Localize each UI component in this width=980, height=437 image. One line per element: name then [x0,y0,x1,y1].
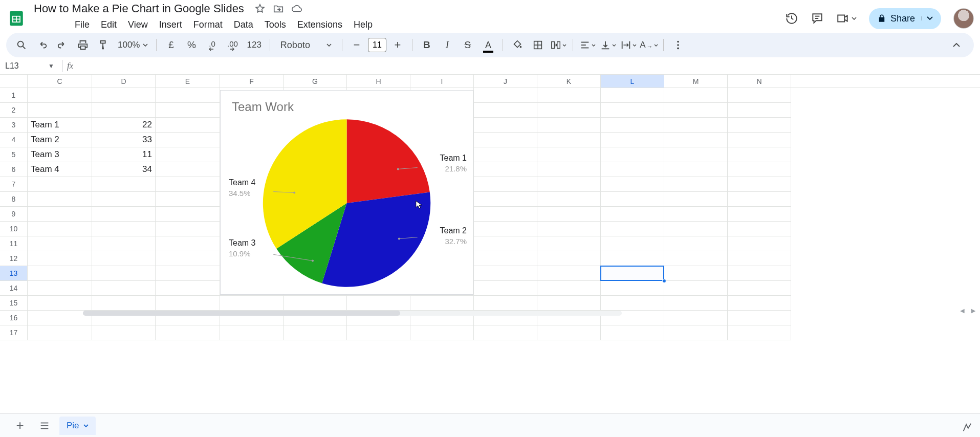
cell-L10[interactable] [601,222,664,236]
menu-insert[interactable]: Insert [154,17,187,32]
cell-K12[interactable] [537,251,601,266]
row-header-6[interactable]: 6 [0,162,28,177]
text-color-icon[interactable]: A [479,36,497,54]
column-header-K[interactable]: K [537,75,601,88]
cell-N15[interactable] [728,296,791,311]
row-header-5[interactable]: 5 [0,147,28,162]
cell-M14[interactable] [664,281,728,296]
borders-icon[interactable] [529,36,547,54]
cell-L6[interactable] [601,162,664,177]
column-header-N[interactable]: N [728,75,791,88]
text-wrap-icon[interactable] [619,36,638,54]
cell-M7[interactable] [664,177,728,192]
horizontal-align-icon[interactable] [578,36,597,54]
cell-K8[interactable] [537,192,601,207]
zoom-dropdown[interactable]: 100% [115,40,151,50]
cell-K3[interactable] [537,118,601,133]
cell-M3[interactable] [664,118,728,133]
cell-J12[interactable] [474,251,537,266]
document-title[interactable]: How to Make a Pie Chart in Google Slides [31,1,247,16]
cell-N16[interactable] [728,311,791,325]
cell-K2[interactable] [537,103,601,118]
cell-K11[interactable] [537,236,601,251]
print-icon[interactable] [74,36,92,54]
cell-J5[interactable] [474,147,537,162]
cell-K15[interactable] [537,296,601,311]
cell-H17[interactable] [347,325,410,340]
cell-C17[interactable] [28,325,92,340]
cell-D1[interactable] [92,88,156,103]
cell-D11[interactable] [92,236,156,251]
row-header-4[interactable]: 4 [0,133,28,147]
cell-C3[interactable]: Team 1 [28,118,92,133]
cell-K7[interactable] [537,177,601,192]
column-header-C[interactable]: C [28,75,92,88]
bold-icon[interactable]: B [418,36,436,54]
cell-F17[interactable] [220,325,284,340]
fill-color-icon[interactable] [508,36,527,54]
cell-J11[interactable] [474,236,537,251]
cell-L3[interactable] [601,118,664,133]
menu-extensions[interactable]: Extensions [292,17,347,32]
cell-K14[interactable] [537,281,601,296]
star-icon[interactable] [254,3,266,14]
cell-M1[interactable] [664,88,728,103]
column-header-M[interactable]: M [664,75,728,88]
cell-K1[interactable] [537,88,601,103]
cell-D10[interactable] [92,222,156,236]
cell-M6[interactable] [664,162,728,177]
cell-C15[interactable] [28,296,92,311]
italic-icon[interactable]: I [438,36,456,54]
cell-C6[interactable]: Team 4 [28,162,92,177]
cell-C11[interactable] [28,236,92,251]
history-icon[interactable] [785,12,798,25]
cell-K6[interactable] [537,162,601,177]
cell-E1[interactable] [156,88,220,103]
column-header-E[interactable]: E [156,75,220,88]
row-header-2[interactable]: 2 [0,103,28,118]
cell-D15[interactable] [92,296,156,311]
cell-G15[interactable] [284,296,347,311]
pie-chart-embed[interactable]: Team Work [220,90,473,295]
cell-M16[interactable] [664,311,728,325]
menu-edit[interactable]: Edit [96,17,122,32]
cell-L9[interactable] [601,207,664,222]
horizontal-scrollbar[interactable] [83,311,622,316]
cell-C12[interactable] [28,251,92,266]
cell-N4[interactable] [728,133,791,147]
meet-icon[interactable] [836,12,857,25]
cell-J9[interactable] [474,207,537,222]
selection-fill-handle[interactable] [662,279,666,283]
cell-M13[interactable] [664,266,728,281]
cell-E8[interactable] [156,192,220,207]
redo-icon[interactable] [53,36,72,54]
cell-I15[interactable] [410,296,474,311]
cell-E17[interactable] [156,325,220,340]
cell-H15[interactable] [347,296,410,311]
row-header-11[interactable]: 11 [0,236,28,251]
decrease-font-size-icon[interactable]: − [347,36,366,54]
cell-D13[interactable] [92,266,156,281]
cell-N8[interactable] [728,192,791,207]
menu-format[interactable]: Format [188,17,228,32]
move-icon[interactable] [273,3,284,14]
cell-K13[interactable] [537,266,601,281]
menu-help[interactable]: Help [349,17,378,32]
cell-D4[interactable]: 33 [92,133,156,147]
cell-C9[interactable] [28,207,92,222]
cell-D9[interactable] [92,207,156,222]
column-header-D[interactable]: D [92,75,156,88]
cell-L17[interactable] [601,325,664,340]
column-header-L[interactable]: L [601,75,664,88]
row-header-12[interactable]: 12 [0,251,28,266]
account-avatar[interactable] [953,8,974,29]
strikethrough-icon[interactable]: S [459,36,477,54]
cell-L1[interactable] [601,88,664,103]
cell-I17[interactable] [410,325,474,340]
sheets-app-icon[interactable] [6,8,27,29]
cell-J8[interactable] [474,192,537,207]
menu-data[interactable]: Data [229,17,258,32]
row-header-8[interactable]: 8 [0,192,28,207]
cell-M10[interactable] [664,222,728,236]
font-size-input[interactable] [368,38,386,52]
